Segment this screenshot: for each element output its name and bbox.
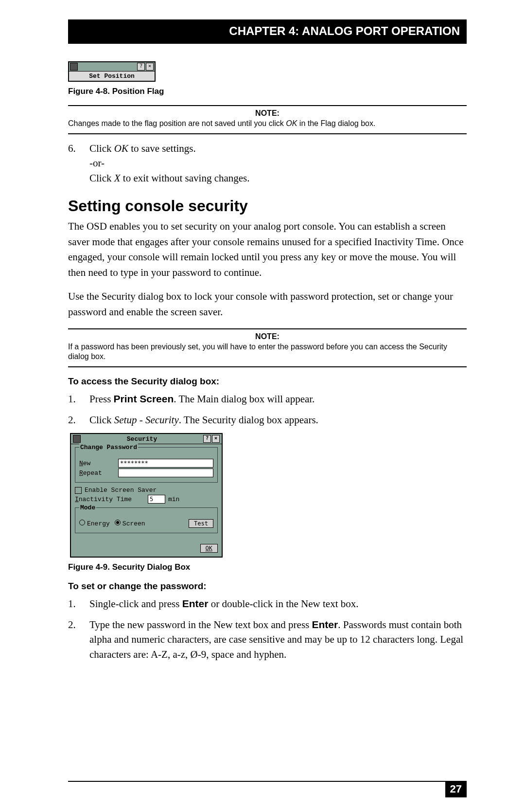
access-step-2: 2. Click Setup - Security. The Security … — [68, 413, 467, 427]
paragraph-1: The OSD enables you to set security on y… — [68, 219, 467, 280]
ok-button[interactable]: OK — [200, 544, 218, 553]
subhead-set-password: To set or change the password: — [68, 581, 467, 592]
repeat-label: Repeat — [79, 469, 118, 477]
inactivity-label: Inactivity Time — [75, 496, 148, 503]
figure-4-8-caption: Figure 4-8. Position Flag — [68, 87, 467, 96]
note-block-2: NOTE: If a password has been previously … — [68, 328, 467, 367]
mode-legend: Mode — [79, 504, 96, 511]
minutes-label: min — [168, 496, 179, 503]
page-number: 27 — [445, 781, 467, 797]
help-icon[interactable]: ? — [203, 435, 211, 443]
inactivity-time-input[interactable]: 5 — [148, 495, 165, 504]
note-text: Changes made to the flag position are no… — [68, 119, 467, 128]
window-icon — [73, 435, 81, 443]
security-dialog: Security ? × Change Password New *******… — [70, 433, 223, 558]
pw-step-2: 2. Type the new password in the New text… — [68, 617, 467, 662]
close-icon[interactable]: × — [146, 63, 154, 71]
step-number: 2. — [68, 617, 89, 662]
paragraph-2: Use the Security dialog box to lock your… — [68, 289, 467, 320]
enable-screensaver-label: Enable Screen Saver — [85, 487, 157, 494]
mode-group: Mode Energy Screen Test — [75, 507, 218, 533]
page-footer: 27 — [68, 781, 467, 797]
subhead-access-security: To access the Security dialog box: — [68, 376, 467, 387]
energy-radio-row[interactable]: Energy — [79, 520, 110, 527]
new-label: New — [79, 460, 118, 467]
dialog-title: Security — [127, 435, 157, 443]
new-password-input[interactable]: ******** — [118, 459, 213, 468]
step-number: 1. — [68, 596, 89, 611]
enable-screensaver-checkbox[interactable] — [75, 487, 82, 494]
test-button[interactable]: Test — [189, 519, 213, 528]
position-flag-label: Set Position — [69, 72, 155, 81]
screen-radio-row[interactable]: Screen — [115, 520, 145, 527]
close-icon[interactable]: × — [212, 435, 220, 443]
repeat-password-input[interactable] — [118, 469, 213, 477]
enable-screensaver-row[interactable]: Enable Screen Saver — [75, 487, 218, 494]
change-password-group: Change Password New ******** Repeat — [75, 447, 218, 483]
position-flag-window: ? × Set Position — [68, 61, 156, 82]
step-number: 2. — [68, 413, 89, 427]
change-password-legend: Change Password — [79, 444, 138, 451]
note-label: NOTE: — [68, 109, 467, 118]
note-label: NOTE: — [68, 332, 467, 341]
figure-4-9-caption: Figure 4-9. Security Dialog Box — [68, 562, 467, 572]
pw-step-1: 1. Single-click and press Enter or doubl… — [68, 596, 467, 611]
note-text: If a password has been previously set, y… — [68, 342, 467, 361]
access-step-1: 1. Press Print Screen. The Main dialog b… — [68, 392, 467, 406]
section-heading: Setting console security — [68, 197, 467, 215]
step-number: 6. — [68, 141, 89, 185]
figure-4-8: ? × Set Position Figure 4-8. Position Fl… — [68, 61, 467, 96]
help-icon[interactable]: ? — [137, 63, 145, 71]
window-icon — [70, 63, 78, 71]
step-6: 6. Click OK to save settings. -or- Click… — [68, 141, 467, 185]
energy-radio[interactable] — [79, 520, 85, 525]
screen-radio[interactable] — [115, 520, 121, 525]
note-block-1: NOTE: Changes made to the flag position … — [68, 105, 467, 134]
step-number: 1. — [68, 392, 89, 406]
chapter-header: CHAPTER 4: ANALOG PORT OPERATION — [68, 19, 467, 44]
